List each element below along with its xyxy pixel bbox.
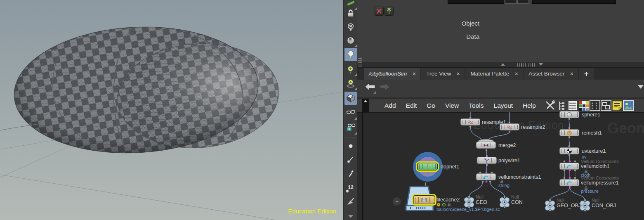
close-icon[interactable]: × — [413, 71, 415, 77]
node-resample1[interactable] — [460, 118, 480, 125]
delete-constraint-button[interactable] — [375, 7, 384, 16]
close-icon[interactable]: × — [570, 71, 573, 77]
loop-badge-icon — [442, 203, 446, 207]
node-label-polywire1[interactable]: polywire1 — [498, 158, 520, 163]
cutoff-field[interactable] — [448, 0, 504, 4]
scroll-down-icon[interactable] — [344, 210, 357, 220]
node-label-remesh1[interactable]: remesh1 — [582, 130, 602, 136]
cutoff-field[interactable] — [532, 0, 616, 4]
promote-button[interactable] — [385, 7, 394, 16]
null-type-label: Null — [557, 198, 564, 203]
node-label-vellumconstraints1[interactable]: vellumconstraints1 — [498, 174, 541, 180]
node-resample2[interactable] — [500, 123, 519, 130]
node-vellumcloth1[interactable] — [559, 163, 579, 170]
education-edition-watermark: Education Edition — [248, 208, 336, 215]
node-polywire1[interactable] — [477, 157, 497, 164]
point-marker-icon[interactable] — [344, 140, 357, 153]
node-label-con[interactable]: CON — [511, 199, 523, 205]
null-type-label: Null — [592, 198, 599, 203]
image-view-icon[interactable] — [623, 100, 634, 111]
menu-help[interactable]: Help — [518, 102, 541, 109]
tab-tree-view[interactable]: Tree View × — [421, 68, 465, 80]
node-label-dopnet1[interactable]: dopnet1 — [441, 164, 459, 170]
node-label-resample2[interactable]: resample2 — [521, 124, 545, 130]
new-tab-button[interactable]: + — [579, 68, 594, 80]
lock-icon[interactable] — [344, 7, 357, 20]
node-label-geo[interactable]: GEO — [476, 199, 487, 205]
close-icon[interactable]: × — [515, 71, 518, 77]
pane-collapse-up[interactable] — [501, 63, 505, 66]
node-label-con-obj[interactable]: CON_OBJ — [592, 203, 616, 208]
node-label-vellumcloth1[interactable]: vellumcloth1 — [581, 163, 609, 169]
node-null-geo-obj[interactable] — [542, 199, 558, 213]
close-icon[interactable]: × — [457, 71, 460, 77]
cutoff-button[interactable] — [517, 0, 529, 4]
layout-windows-icon[interactable] — [601, 100, 612, 111]
node-label-vellumpressure1[interactable]: vellumpressure1 — [581, 180, 619, 186]
sticky-note-icon[interactable] — [612, 100, 623, 111]
menu-edit[interactable]: Edit — [401, 102, 422, 109]
path-dropdown-icon[interactable] — [638, 85, 644, 89]
node-null-geo[interactable] — [461, 195, 477, 209]
parameters-panel-icon[interactable] — [590, 100, 601, 111]
data-label: Data — [445, 33, 479, 40]
node-label-sphere1[interactable]: sphere1 — [582, 112, 600, 118]
stereo-review-icon[interactable] — [344, 121, 357, 135]
menu-go[interactable]: Go — [422, 102, 440, 109]
tab-obj-balloonsim[interactable]: /obj/balloonSim × — [364, 68, 420, 80]
net-scroll-top[interactable] — [362, 99, 369, 112]
node-filecache2[interactable] — [413, 196, 435, 204]
back-button[interactable] — [364, 82, 376, 94]
normal-lighting-icon[interactable] — [344, 48, 357, 61]
pane-collapse-down[interactable] — [539, 63, 543, 66]
high-quality-light-icon[interactable] — [344, 77, 357, 90]
pane-splitter-grip[interactable] — [516, 64, 535, 67]
viewport-display-toolbar: 12 — [343, 0, 357, 220]
normal-vector-icon[interactable] — [344, 153, 357, 166]
tab-label: Tree View — [426, 71, 451, 77]
forward-button[interactable] — [380, 83, 390, 93]
headlight-icon[interactable] — [344, 63, 357, 76]
houdini-window: Education Edition — [0, 0, 644, 220]
filecache-icon — [421, 197, 427, 202]
dopnet-icon — [425, 164, 429, 169]
origin-gnomon-icon[interactable] — [344, 195, 357, 208]
node-label-merge2[interactable]: merge2 — [498, 142, 516, 148]
dimmer-icon[interactable] — [344, 34, 357, 47]
list-view-icon[interactable] — [567, 100, 578, 111]
node-vellumconstraints1[interactable] — [476, 173, 496, 180]
node-label-uvtexture1[interactable]: uvtexture1 — [582, 148, 606, 154]
tab-asset-browser[interactable]: Asset Browser × — [524, 68, 578, 80]
node-null-con-obj[interactable] — [577, 199, 593, 213]
color-palette-icon[interactable] — [578, 100, 590, 111]
collapse-badge[interactable]: − — [393, 197, 401, 206]
tools-crossed-icon[interactable] — [545, 100, 556, 111]
uv-pin-icon[interactable] — [344, 167, 357, 180]
node-uvtexture1[interactable] — [559, 147, 579, 154]
cutoff-button[interactable] — [505, 0, 517, 4]
tab-material-palette[interactable]: Material Palette × — [465, 68, 523, 80]
node-remesh1[interactable] — [559, 129, 579, 136]
object-label: Object — [445, 20, 479, 27]
node-label-filecache2[interactable]: filecache2 — [436, 197, 460, 203]
vellum-icon — [483, 175, 489, 180]
stereo-glasses-icon[interactable] — [344, 106, 357, 120]
node-merge2[interactable] — [476, 142, 496, 149]
output-label-pressure: pressure — [581, 189, 599, 194]
tab-label: Material Palette — [470, 71, 509, 77]
node-sphere1[interactable] — [559, 111, 579, 118]
environment-cube-icon[interactable] — [344, 92, 357, 105]
scene-viewport[interactable]: Education Edition — [0, 0, 343, 220]
node-null-con[interactable] — [496, 195, 513, 209]
menu-tools[interactable]: Tools — [464, 102, 488, 109]
node-vellumpressure1[interactable] — [559, 179, 579, 186]
menu-layout[interactable]: Layout — [489, 102, 518, 109]
plus-icon: + — [584, 69, 589, 78]
node-dopnet1[interactable] — [418, 163, 437, 170]
tree-hierarchy-icon[interactable] — [556, 100, 567, 111]
loop-badge-icon — [429, 172, 433, 176]
lights-off-icon[interactable] — [344, 21, 357, 34]
point-numbers-icon[interactable]: 12 — [344, 181, 357, 194]
menu-add[interactable]: Add — [380, 102, 401, 109]
menu-view[interactable]: View — [440, 102, 464, 109]
